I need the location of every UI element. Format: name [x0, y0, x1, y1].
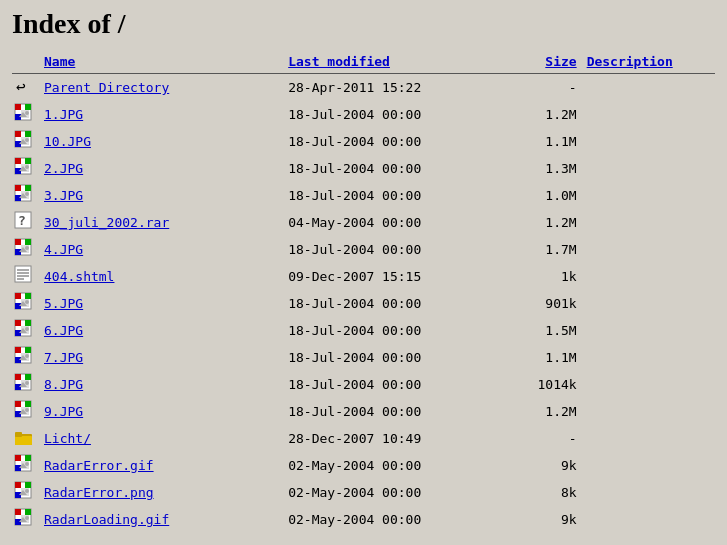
file-desc-cell	[585, 506, 715, 533]
table-row: 10.JPG18-Jul-2004 00:001.1M	[12, 128, 715, 155]
svg-rect-96	[15, 509, 21, 515]
file-date-cell: 02-May-2004 00:00	[286, 479, 503, 506]
file-link[interactable]: Licht/	[44, 431, 91, 446]
file-icon-cell	[12, 182, 42, 209]
sort-size-link[interactable]: Size	[545, 54, 576, 69]
image-icon	[14, 400, 34, 420]
file-size-cell: 9k	[503, 506, 584, 533]
svg-rect-90	[25, 482, 31, 488]
svg-rect-82	[15, 455, 21, 461]
image-icon	[14, 157, 34, 177]
file-date-cell: 18-Jul-2004 00:00	[286, 398, 503, 425]
file-icon-cell: ?	[12, 209, 42, 236]
file-icon-cell	[12, 263, 42, 290]
file-date-cell: 18-Jul-2004 00:00	[286, 182, 503, 209]
file-link[interactable]: 10.JPG	[44, 134, 91, 149]
file-desc-cell	[585, 344, 715, 371]
file-link[interactable]: 2.JPG	[44, 161, 83, 176]
file-name-cell: 30_juli_2002.rar	[42, 209, 286, 236]
file-desc-cell	[585, 290, 715, 317]
file-name-cell: 1.JPG	[42, 101, 286, 128]
table-row: RadarError.gif02-May-2004 00:009k	[12, 452, 715, 479]
file-date-cell: 18-Jul-2004 00:00	[286, 155, 503, 182]
file-link[interactable]: 6.JPG	[44, 323, 83, 338]
image-icon	[14, 184, 34, 204]
file-name-cell: 4.JPG	[42, 236, 286, 263]
svg-rect-66	[25, 374, 31, 380]
svg-text:↩: ↩	[16, 77, 26, 96]
file-link[interactable]: RadarError.gif	[44, 458, 154, 473]
table-row: 8.JPG18-Jul-2004 00:001014k	[12, 371, 715, 398]
image-icon	[14, 346, 34, 366]
svg-rect-3	[25, 104, 31, 110]
image-icon	[14, 292, 34, 312]
svg-point-21	[25, 165, 29, 169]
file-size-cell: 1.2M	[503, 398, 584, 425]
file-icon-cell	[12, 425, 42, 452]
file-size-cell: 1.3M	[503, 155, 584, 182]
file-link[interactable]: 5.JPG	[44, 296, 83, 311]
file-size-cell: 1.2M	[503, 209, 584, 236]
file-link[interactable]: RadarError.png	[44, 485, 154, 500]
file-date-cell: 28-Apr-2011 15:22	[286, 74, 503, 102]
file-icon-cell	[12, 236, 42, 263]
svg-rect-45	[25, 293, 31, 299]
svg-rect-16	[15, 158, 21, 164]
file-name-cell: 10.JPG	[42, 128, 286, 155]
file-date-cell: 28-Dec-2007 10:49	[286, 425, 503, 452]
file-icon-cell: ↩	[12, 74, 42, 102]
file-name-cell: Licht/	[42, 425, 286, 452]
file-link[interactable]: Parent Directory	[44, 80, 169, 95]
image-icon	[14, 238, 34, 258]
file-link[interactable]: 404.shtml	[44, 269, 114, 284]
svg-rect-80	[15, 432, 22, 437]
file-size-cell: -	[503, 74, 584, 102]
table-row: 9.JPG18-Jul-2004 00:001.2M	[12, 398, 715, 425]
file-link[interactable]: 8.JPG	[44, 377, 83, 392]
table-row: RadarLoading.gif02-May-2004 00:009k	[12, 506, 715, 533]
file-size-cell: 1.5M	[503, 317, 584, 344]
file-desc-cell	[585, 155, 715, 182]
file-name-cell: 5.JPG	[42, 290, 286, 317]
table-row: 404.shtml09-Dec-2007 15:151k	[12, 263, 715, 290]
file-desc-cell	[585, 398, 715, 425]
file-name-cell: RadarError.gif	[42, 452, 286, 479]
image-icon	[14, 103, 34, 123]
file-link[interactable]: 3.JPG	[44, 188, 83, 203]
file-desc-cell	[585, 452, 715, 479]
svg-rect-44	[15, 293, 21, 299]
file-date-cell: 18-Jul-2004 00:00	[286, 290, 503, 317]
file-link[interactable]: 4.JPG	[44, 242, 83, 257]
file-link[interactable]: 7.JPG	[44, 350, 83, 365]
file-link[interactable]: RadarLoading.gif	[44, 512, 169, 527]
image-icon	[14, 130, 34, 150]
svg-point-77	[25, 408, 29, 412]
svg-point-14	[25, 138, 29, 142]
folder-icon	[14, 427, 34, 447]
file-link[interactable]: 1.JPG	[44, 107, 83, 122]
file-date-cell: 18-Jul-2004 00:00	[286, 101, 503, 128]
file-name-cell: RadarLoading.gif	[42, 506, 286, 533]
sort-date-link[interactable]: Last modified	[288, 54, 390, 69]
file-icon-cell	[12, 344, 42, 371]
file-icon-cell	[12, 452, 42, 479]
file-name-cell: Parent Directory	[42, 74, 286, 102]
file-size-cell: 1.1M	[503, 344, 584, 371]
svg-text:?: ?	[18, 213, 26, 228]
file-link[interactable]: 30_juli_2002.rar	[44, 215, 169, 230]
svg-rect-17	[25, 158, 31, 164]
sort-desc-link[interactable]: Description	[587, 54, 673, 69]
file-date-cell: 18-Jul-2004 00:00	[286, 236, 503, 263]
svg-rect-65	[15, 374, 21, 380]
file-date-cell: 18-Jul-2004 00:00	[286, 371, 503, 398]
file-desc-cell	[585, 128, 715, 155]
svg-rect-2	[15, 104, 21, 110]
sort-name-link[interactable]: Name	[44, 54, 75, 69]
svg-rect-23	[15, 185, 21, 191]
file-desc-cell	[585, 236, 715, 263]
file-size-cell: 1k	[503, 263, 584, 290]
table-row: ↩ Parent Directory28-Apr-2011 15:22-	[12, 74, 715, 102]
file-desc-cell	[585, 74, 715, 102]
file-link[interactable]: 9.JPG	[44, 404, 83, 419]
svg-point-87	[25, 462, 29, 466]
